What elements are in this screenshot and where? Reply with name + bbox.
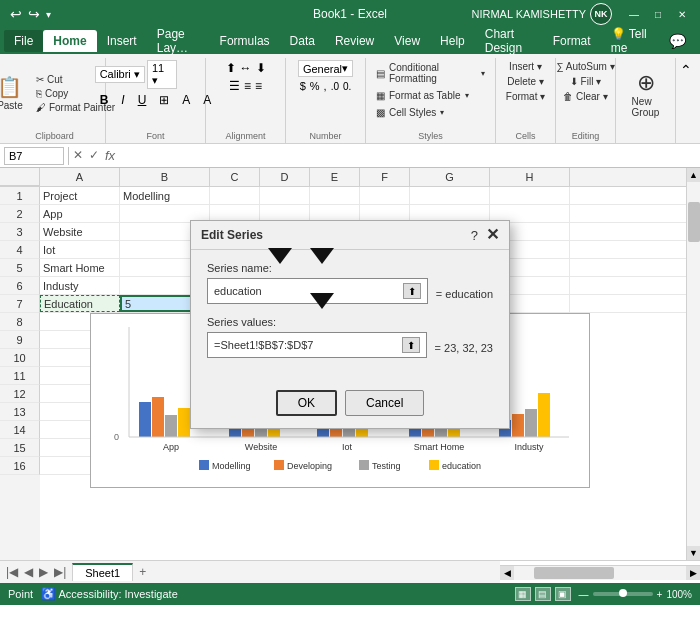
cell-a1[interactable]: Project	[40, 187, 120, 204]
cancel-formula-icon[interactable]: ✕	[73, 148, 83, 163]
zoom-in-button[interactable]: +	[657, 589, 663, 600]
new-group-button[interactable]: ⊕ NewGroup	[626, 67, 666, 121]
dialog-help-button[interactable]: ?	[471, 228, 478, 243]
align-center-button[interactable]: ≡	[243, 78, 252, 94]
align-bottom-button[interactable]: ⬇	[255, 60, 267, 76]
row-num-13[interactable]: 13	[0, 403, 40, 421]
prev-sheet-button[interactable]: ◀	[22, 565, 35, 579]
cell-a3[interactable]: Website	[40, 223, 120, 240]
col-header-d[interactable]: D	[260, 168, 310, 186]
cell-a5[interactable]: Smart Home	[40, 259, 120, 276]
row-num-4[interactable]: 4	[0, 241, 40, 259]
comma-button[interactable]: ,	[323, 79, 328, 93]
col-header-f[interactable]: F	[360, 168, 410, 186]
fill-color-button[interactable]: A	[177, 91, 195, 109]
row-num-6[interactable]: 6	[0, 277, 40, 295]
first-sheet-button[interactable]: |◀	[4, 565, 20, 579]
row-num-1[interactable]: 1	[0, 187, 40, 205]
next-sheet-button[interactable]: ▶	[37, 565, 50, 579]
scroll-thumb-horizontal[interactable]	[534, 567, 614, 579]
row-num-7[interactable]: 7	[0, 295, 40, 313]
menu-review[interactable]: Review	[325, 30, 384, 52]
dialog-close-button[interactable]: ✕	[486, 227, 499, 243]
cell-b1[interactable]: Modelling	[120, 187, 210, 204]
sheet-tab-sheet1[interactable]: Sheet1	[72, 563, 133, 581]
zoom-slider-thumb[interactable]	[619, 589, 627, 597]
cell-a2[interactable]: App	[40, 205, 120, 222]
horizontal-scrollbar[interactable]: ◀ ▶	[500, 565, 700, 579]
page-layout-icon[interactable]: ▤	[535, 587, 551, 601]
increase-decimal-button[interactable]: .0	[330, 79, 340, 93]
cell-a4[interactable]: Iot	[40, 241, 120, 258]
user-avatar[interactable]: NK	[590, 3, 612, 25]
cell-g1[interactable]	[410, 187, 490, 204]
col-header-h[interactable]: H	[490, 168, 570, 186]
align-top-button[interactable]: ⬆	[225, 60, 237, 76]
menu-insert[interactable]: Insert	[97, 30, 147, 52]
row-num-15[interactable]: 15	[0, 439, 40, 457]
series-values-input-container[interactable]: =Sheet1!$B$7:$D$7 ⬆	[207, 332, 427, 358]
percent-button[interactable]: %	[309, 79, 321, 93]
autosum-button[interactable]: ∑ AutoSum ▾	[552, 60, 618, 73]
last-sheet-button[interactable]: ▶|	[52, 565, 68, 579]
tell-me[interactable]: 💡 Tell me	[601, 23, 659, 59]
format-cells-button[interactable]: Format ▾	[502, 90, 549, 103]
share-button[interactable]: 💬	[659, 29, 696, 53]
col-header-c[interactable]: C	[210, 168, 260, 186]
format-as-table-button[interactable]: ▦ Format as Table ▾	[372, 88, 473, 103]
zoom-out-button[interactable]: —	[579, 589, 589, 600]
menu-home[interactable]: Home	[43, 30, 96, 52]
insert-cells-button[interactable]: Insert ▾	[505, 60, 546, 73]
menu-formulas[interactable]: Formulas	[210, 30, 280, 52]
row-num-11[interactable]: 11	[0, 367, 40, 385]
cell-h1[interactable]	[490, 187, 570, 204]
ok-button[interactable]: OK	[276, 390, 337, 416]
underline-button[interactable]: U	[133, 91, 152, 109]
scroll-right-button[interactable]: ▶	[686, 566, 700, 580]
scroll-left-button[interactable]: ◀	[500, 566, 514, 580]
cell-a6[interactable]: Industy	[40, 277, 120, 294]
ribbon-collapse[interactable]: ⌃	[676, 58, 696, 143]
row-num-10[interactable]: 10	[0, 349, 40, 367]
maximize-button[interactable]: □	[648, 6, 668, 22]
menu-chart-design[interactable]: Chart Design	[475, 23, 543, 59]
col-header-e[interactable]: E	[310, 168, 360, 186]
row-num-14[interactable]: 14	[0, 421, 40, 439]
menu-data[interactable]: Data	[280, 30, 325, 52]
col-header-a[interactable]: A	[40, 168, 120, 186]
normal-view-icon[interactable]: ▦	[515, 587, 531, 601]
zoom-slider-track[interactable]	[593, 592, 653, 596]
minimize-button[interactable]: —	[624, 6, 644, 22]
align-left-button[interactable]: ☰	[228, 78, 241, 94]
cell-f1[interactable]	[360, 187, 410, 204]
cell-d1[interactable]	[260, 187, 310, 204]
row-num-9[interactable]: 9	[0, 331, 40, 349]
cell-reference-input[interactable]	[4, 147, 64, 165]
row-num-8[interactable]: 8	[0, 313, 40, 331]
align-middle-button[interactable]: ↔	[239, 60, 253, 76]
cell-a7[interactable]: Education	[40, 295, 120, 312]
cell-e1[interactable]	[310, 187, 360, 204]
redo-button[interactable]: ↪	[26, 6, 42, 22]
series-values-expand-button[interactable]: ⬆	[402, 337, 420, 353]
delete-cells-button[interactable]: Delete ▾	[503, 75, 548, 88]
col-header-b[interactable]: B	[120, 168, 210, 186]
cell-c1[interactable]	[210, 187, 260, 204]
conditional-formatting-button[interactable]: ▤ Conditional Formatting ▾	[372, 60, 489, 86]
vertical-scrollbar[interactable]: ▲ ▼	[686, 168, 700, 560]
currency-button[interactable]: $	[299, 79, 307, 93]
menu-view[interactable]: View	[384, 30, 430, 52]
series-name-input-container[interactable]: education ⬆	[207, 278, 428, 304]
scroll-track-horizontal[interactable]	[514, 566, 686, 580]
scroll-track-vertical[interactable]	[687, 182, 700, 546]
row-num-2[interactable]: 2	[0, 205, 40, 223]
add-sheet-button[interactable]: +	[137, 565, 148, 579]
border-button[interactable]: ⊞	[154, 91, 174, 109]
menu-page-layout[interactable]: Page Lay…	[147, 23, 210, 59]
decrease-decimal-button[interactable]: 0.	[342, 79, 352, 93]
menu-file[interactable]: File	[4, 30, 43, 52]
menu-help[interactable]: Help	[430, 30, 475, 52]
scroll-up-button[interactable]: ▲	[687, 168, 701, 182]
col-header-g[interactable]: G	[410, 168, 490, 186]
align-right-button[interactable]: ≡	[254, 78, 263, 94]
